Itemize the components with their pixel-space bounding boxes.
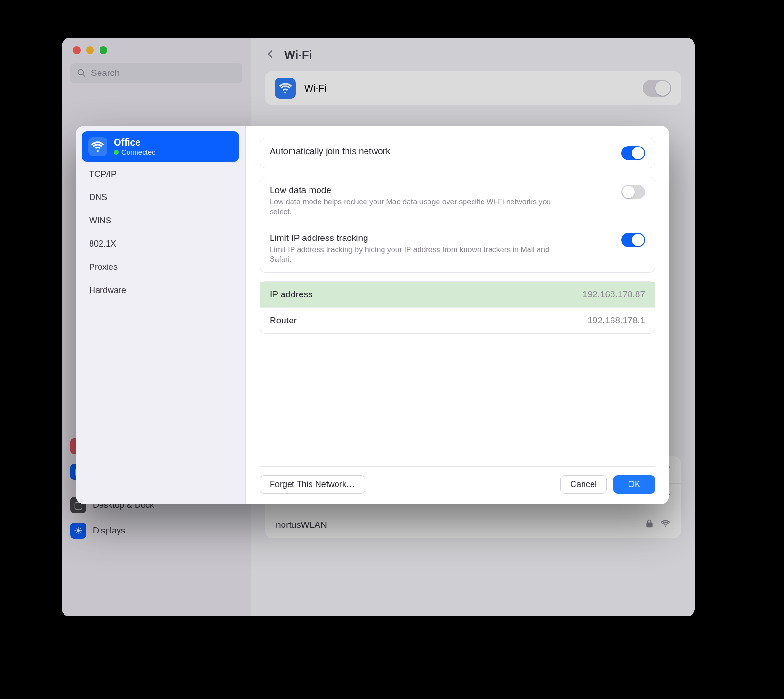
network-row[interactable]: nortusWLAN: [265, 511, 681, 538]
sheet-tab-wins[interactable]: WINS: [82, 210, 239, 231]
low-data-label: Low data mode: [270, 185, 573, 195]
low-data-toggle[interactable]: [621, 185, 645, 199]
sheet-tab-dns[interactable]: DNS: [82, 187, 239, 208]
search-placeholder: Search: [91, 68, 119, 78]
router-label: Router: [270, 315, 297, 326]
sheet-tab-8021x[interactable]: 802.1X: [82, 233, 239, 255]
window-traffic-lights: [62, 46, 251, 63]
page-title: Wi-Fi: [284, 48, 312, 62]
auto-join-label: Automatically join this network: [270, 146, 391, 156]
back-button[interactable]: [265, 49, 276, 61]
sheet-tab-proxies[interactable]: Proxies: [82, 257, 239, 278]
window-zoom-button[interactable]: [100, 46, 107, 54]
limit-ip-toggle[interactable]: [621, 233, 645, 247]
limit-ip-desc: Limit IP address tracking by hiding your…: [270, 245, 573, 265]
sheet-sidebar: Office Connected TCP/IP DNS WINS 802.1X …: [76, 126, 246, 504]
brightness-icon: ☀: [70, 523, 86, 539]
lock-icon: [638, 519, 654, 531]
sheet-network-header[interactable]: Office Connected: [82, 131, 239, 162]
wifi-signal-icon: [654, 519, 670, 531]
ip-address-row: IP address 192.168.178.87: [260, 282, 655, 307]
wifi-master-tile: Wi-Fi: [265, 71, 681, 105]
sheet-main: Automatically join this network Low data…: [246, 126, 669, 504]
wifi-icon: [88, 137, 107, 156]
sheet-tab-tcpip[interactable]: TCP/IP: [82, 164, 239, 185]
wifi-master-toggle[interactable]: [643, 80, 671, 97]
window-close-button[interactable]: [73, 46, 81, 54]
router-row: Router 192.168.178.1: [260, 307, 655, 333]
network-name: Office: [114, 137, 156, 148]
cancel-button[interactable]: Cancel: [560, 475, 607, 494]
sheet-footer: Forget This Network… Cancel OK: [260, 466, 655, 504]
sidebar-item-displays[interactable]: ☀ Displays: [62, 518, 251, 543]
network-details-sheet: Office Connected TCP/IP DNS WINS 802.1X …: [76, 126, 669, 504]
chevron-left-icon: [265, 49, 276, 59]
low-data-desc: Low data mode helps reduce your Mac data…: [270, 197, 573, 217]
network-ssid: nortusWLAN: [276, 520, 638, 530]
sidebar-item-label: Displays: [93, 526, 125, 536]
search-icon: [77, 68, 86, 78]
ip-address-label: IP address: [270, 289, 312, 300]
auto-join-group: Automatically join this network: [260, 138, 655, 168]
router-value: 192.168.178.1: [587, 315, 645, 326]
addresses-group: IP address 192.168.178.87 Router 192.168…: [260, 281, 655, 334]
data-modes-group: Low data mode Low data mode helps reduce…: [260, 177, 655, 273]
status-dot-icon: [114, 150, 119, 155]
network-status: Connected: [114, 148, 156, 156]
forget-network-button[interactable]: Forget This Network…: [260, 475, 365, 494]
ip-address-value: 192.168.178.87: [583, 289, 645, 300]
limit-ip-label: Limit IP address tracking: [270, 233, 573, 243]
ok-button[interactable]: OK: [613, 475, 655, 494]
wifi-tile-label: Wi-Fi: [304, 83, 327, 94]
wifi-icon: [275, 78, 296, 99]
sheet-tab-hardware[interactable]: Hardware: [82, 280, 239, 301]
sidebar-search[interactable]: Search: [70, 63, 242, 83]
window-minimize-button[interactable]: [86, 46, 94, 54]
auto-join-toggle[interactable]: [621, 146, 645, 160]
